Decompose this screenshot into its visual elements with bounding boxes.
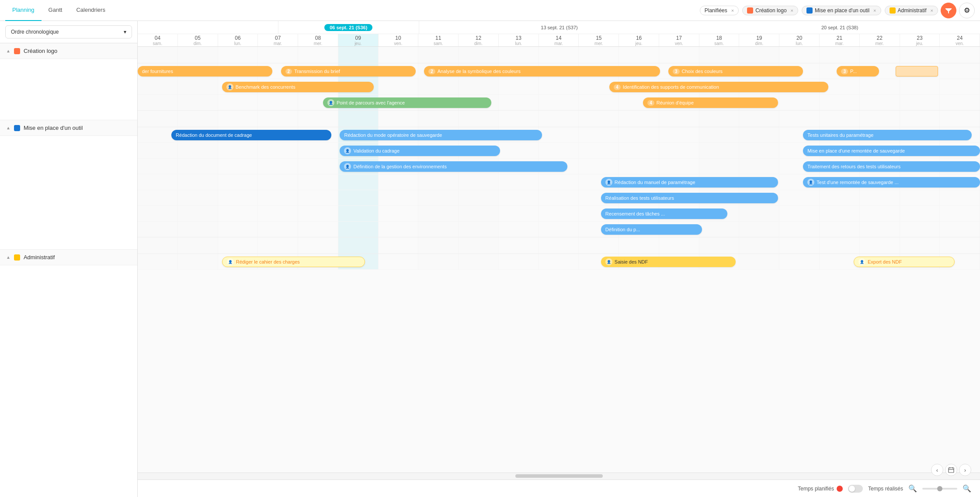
day-col (298, 47, 338, 63)
search-icon-right[interactable]: 🔍 (963, 484, 971, 493)
task-redaction-cadrage[interactable]: Rédaction du document de cadrage (171, 130, 331, 140)
task-mode-operatoire[interactable]: Rédaction du mode opératoire de sauvegar… (340, 130, 542, 140)
day-cell-04: 04sam. (138, 34, 178, 46)
filter-planifiees-close[interactable]: × (731, 8, 734, 13)
day-col (459, 111, 499, 127)
day-col (699, 127, 740, 142)
task-validation-cadrage[interactable]: 👤 Validation du cadrage (340, 146, 500, 156)
tab-calendriers[interactable]: Calendriers (69, 0, 112, 21)
filter-creation-logo-close[interactable]: × (791, 8, 793, 13)
task-fournitures[interactable]: der fournitures (138, 66, 272, 76)
settings-button[interactable]: ⚙ (959, 3, 975, 18)
order-dropdown[interactable]: Ordre chronologique ▾ (5, 25, 132, 38)
avatar-5: 👤 (605, 179, 612, 186)
day-col (178, 95, 218, 110)
avatar-8: 👤 (605, 258, 612, 265)
svg-rect-0 (949, 468, 954, 473)
task-p[interactable]: 3 P... (837, 66, 879, 76)
day-col (459, 222, 499, 237)
filter-administratif-close[interactable]: × (931, 8, 933, 13)
day-col (298, 174, 338, 190)
day-col (379, 222, 419, 237)
task-test-remontee[interactable]: 👤 Test d'une remontée de sauvegarde ... (803, 177, 980, 188)
task-point-parcours[interactable]: 👤 Point de parcours avec l'agence (323, 97, 491, 108)
day-col (338, 111, 379, 127)
day-col (499, 143, 539, 158)
nav-next-button[interactable]: › (959, 464, 971, 476)
zoom-slider[interactable] (922, 488, 957, 490)
gantt-container: 06 sept. 21 (S36) 13 sept. 21 (S37) 20 s… (138, 21, 980, 497)
filter-planifiees-label: Planifiées (705, 7, 727, 14)
day-col (739, 47, 779, 63)
task-saisie-ndf[interactable]: 👤 Saisie des NDF (601, 257, 736, 267)
zoom-handle[interactable] (937, 486, 942, 491)
task-traitement-retours[interactable]: Traitement des retours des tests utilisa… (803, 161, 980, 172)
task-export-ndf-label: Export des NDF (868, 259, 902, 264)
task-orange-small[interactable] (896, 66, 938, 76)
day-cell-15: 15mer. (579, 34, 619, 46)
task-transmission[interactable]: 2 Transmission du brief (281, 66, 416, 76)
day-col (900, 95, 940, 110)
day-col (178, 174, 218, 190)
filter-mise-en-place[interactable]: Mise en place d'un outil × (802, 6, 881, 15)
task-benchmark[interactable]: 👤 Benchmark des concurrents (222, 82, 374, 92)
day-col (459, 254, 499, 269)
task-definition-p[interactable]: Définition du p... (601, 224, 702, 235)
task-reunion[interactable]: 4 Réunion d'équipe (643, 97, 778, 108)
task-mise-remontee[interactable]: Mise en place d'une remontée de sauvegar… (803, 146, 980, 156)
day-col (539, 206, 579, 221)
search-icon-left[interactable]: 🔍 (908, 484, 917, 493)
scrollbar-thumb[interactable] (515, 474, 603, 478)
day-col (379, 237, 419, 254)
filter-button[interactable] (941, 3, 956, 18)
day-col (418, 222, 459, 237)
day-col (218, 206, 258, 221)
filter-mise-en-place-close[interactable]: × (873, 8, 876, 13)
legend-temps-planifies: Temps planifiés (798, 486, 843, 492)
filter-creation-logo-label: Création logo (755, 7, 786, 14)
gantt-body[interactable]: der fournitures 2 Transmission du brief … (138, 47, 980, 473)
day-col (659, 127, 699, 142)
filter-administratif[interactable]: Administratif × (885, 6, 938, 15)
chevron-down-icon: ▾ (124, 29, 126, 35)
creation-logo-dot (14, 48, 20, 54)
day-col (178, 159, 218, 174)
toggle-switch[interactable] (848, 485, 863, 493)
task-cahier-charges[interactable]: 👤 Rédiger le cahier des charges (222, 257, 365, 267)
task-mise-remontee-label: Mise en place d'une remontée de sauvegar… (807, 148, 905, 153)
task-definition-gestion[interactable]: 👤 Définition de la gestion des environne… (340, 161, 567, 172)
task-realisation-tests[interactable]: Réalisation des tests utilisateurs (601, 193, 778, 203)
task-analyse[interactable]: 2 Analyse de la symbolique des couleurs (424, 66, 660, 76)
task-redaction-manuel[interactable]: 👤 Rédaction du manuel de paramétrage (601, 177, 778, 188)
nav-prev-button[interactable]: ‹ (931, 464, 943, 476)
task-export-ndf[interactable]: 👤 Export des NDF (854, 257, 955, 267)
day-col (379, 47, 419, 63)
tab-gantt[interactable]: Gantt (42, 0, 70, 21)
day-col (739, 127, 779, 142)
group-mise-en-place[interactable]: ▲ Mise en place d'un outil (0, 120, 137, 136)
filter-planifiees[interactable]: Planifiées × (700, 6, 739, 15)
day-col (860, 95, 900, 110)
day-col (258, 47, 298, 63)
task-identification[interactable]: 4 Identification des supports de communi… (609, 82, 828, 92)
task-choix[interactable]: 3 Choix des couleurs (668, 66, 803, 76)
sidebar: Ordre chronologique ▾ ▲ Création logo ▲ … (0, 21, 138, 497)
avatar-9: 👤 (858, 258, 865, 265)
day-col (860, 190, 900, 205)
tab-planning[interactable]: Planning (5, 0, 42, 21)
day-col (579, 95, 619, 110)
day-col (338, 174, 379, 190)
filter-creation-logo[interactable]: Création logo × (742, 6, 798, 15)
group-creation-logo[interactable]: ▲ Création logo (0, 43, 137, 59)
nav-calendar-button[interactable] (945, 464, 957, 476)
day-col (218, 143, 258, 158)
badge-2: 2 (285, 69, 292, 74)
group-administratif[interactable]: ▲ Administratif (0, 250, 137, 265)
task-test-remontee-label: Test d'une remontée de sauvegarde ... (817, 180, 898, 185)
horizontal-scrollbar[interactable] (138, 473, 980, 480)
task-tests-unitaires[interactable]: Tests unitaires du paramétrage (803, 130, 971, 140)
day-col (860, 47, 900, 63)
day-col (820, 222, 860, 237)
week-s36-label: 06 sept. 21 (S36) (324, 24, 372, 31)
task-recensement[interactable]: Recensement des tâches ... (601, 209, 727, 219)
